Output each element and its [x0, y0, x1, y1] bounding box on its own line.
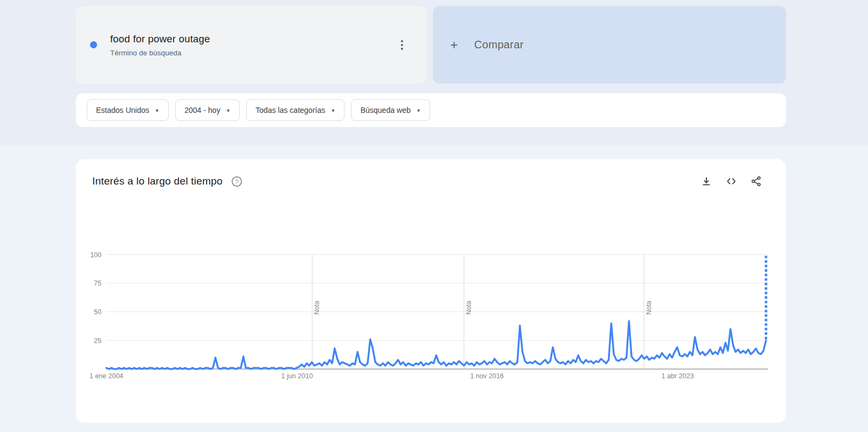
filter-searchtype-value: Búsqueda web — [360, 106, 411, 115]
chevron-down-icon: ▼ — [416, 108, 421, 113]
chevron-down-icon: ▼ — [155, 108, 159, 113]
annotation-label[interactable]: Nota — [465, 301, 473, 315]
interest-over-time-chart[interactable]: 255075100NotaNotaNota1 ene 20041 jun 201… — [76, 159, 786, 423]
filter-searchtype-dropdown[interactable]: Búsqueda web ▼ — [351, 99, 430, 121]
series-color-dot — [90, 41, 97, 48]
plus-icon: + — [450, 37, 458, 53]
y-axis-label: 25 — [94, 337, 101, 345]
annotation-label[interactable]: Nota — [313, 301, 321, 315]
x-axis-label: 1 abr 2023 — [661, 372, 694, 380]
y-axis-label: 50 — [94, 308, 101, 316]
chevron-down-icon: ▼ — [226, 108, 231, 113]
search-term-type: Término de búsqueda — [110, 49, 399, 57]
filter-category-value: Todas las categorías — [256, 106, 325, 115]
chevron-down-icon: ▼ — [330, 108, 335, 113]
search-term-label: food for power outage — [110, 33, 399, 45]
filter-category-dropdown[interactable]: Todas las categorías ▼ — [246, 99, 344, 121]
compare-label: Comparar — [474, 39, 524, 51]
filter-timerange-value: 2004 - hoy — [184, 106, 220, 115]
term-row: food for power outage Término de búsqued… — [76, 0, 786, 84]
x-axis-label: 1 ene 2004 — [90, 372, 124, 380]
y-axis-label: 100 — [90, 251, 101, 259]
filter-timerange-dropdown[interactable]: 2004 - hoy ▼ — [175, 99, 240, 121]
explore-header-section: food for power outage Término de búsqued… — [0, 0, 868, 145]
y-axis-label: 75 — [94, 279, 101, 287]
filter-bar: Estados Unidos ▼ 2004 - hoy ▼ Todas las … — [76, 93, 786, 127]
filter-region-dropdown[interactable]: Estados Unidos ▼ — [87, 99, 169, 121]
x-axis-label: 1 nov 2016 — [470, 372, 504, 380]
annotation-label[interactable]: Nota — [645, 301, 653, 315]
search-term-text: food for power outage Término de búsqued… — [110, 33, 399, 57]
kebab-menu-icon[interactable] — [399, 37, 405, 53]
search-term-card[interactable]: food for power outage Término de búsqued… — [76, 6, 427, 84]
trend-line — [106, 321, 766, 369]
interest-over-time-card: Interés a lo largo del tiempo ? — [76, 159, 786, 423]
add-comparison-button[interactable]: + Comparar — [433, 6, 786, 84]
filter-region-value: Estados Unidos — [96, 106, 149, 115]
x-axis-label: 1 jun 2010 — [281, 372, 312, 380]
